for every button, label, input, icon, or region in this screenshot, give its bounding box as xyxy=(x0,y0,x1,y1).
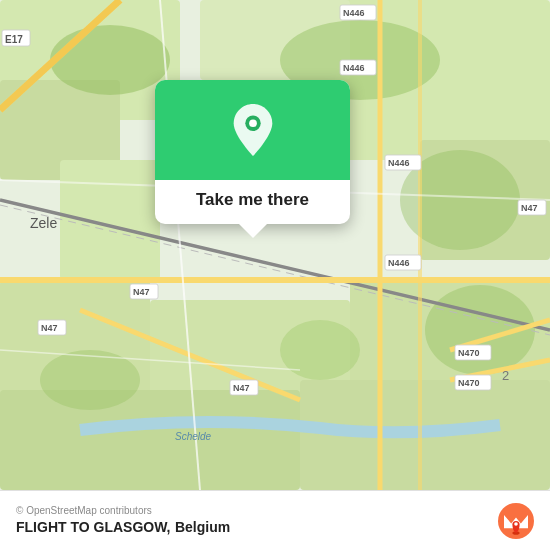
svg-text:N470: N470 xyxy=(458,348,480,358)
svg-text:E17: E17 xyxy=(5,34,23,45)
location-info: FLIGHT TO GLASGOW, Belgium xyxy=(16,518,230,536)
bottom-left: © OpenStreetMap contributors FLIGHT TO G… xyxy=(16,505,230,536)
location-pin-icon xyxy=(229,102,277,158)
svg-rect-11 xyxy=(60,160,160,280)
svg-rect-9 xyxy=(0,390,300,490)
svg-text:2: 2 xyxy=(502,368,509,383)
svg-text:N47: N47 xyxy=(233,383,250,393)
svg-text:N446: N446 xyxy=(343,63,365,73)
moovit-logo-icon xyxy=(498,503,534,539)
popup-icon-area xyxy=(155,80,350,180)
svg-text:N47: N47 xyxy=(41,323,58,333)
svg-text:N47: N47 xyxy=(133,287,150,297)
svg-text:N446: N446 xyxy=(388,258,410,268)
svg-text:Zele: Zele xyxy=(30,215,57,231)
bottom-bar: © OpenStreetMap contributors FLIGHT TO G… xyxy=(0,490,550,550)
svg-text:N470: N470 xyxy=(458,378,480,388)
svg-point-17 xyxy=(280,320,360,380)
svg-point-12 xyxy=(50,25,170,95)
svg-point-60 xyxy=(514,522,518,526)
svg-text:N446: N446 xyxy=(388,158,410,168)
country-label: Belgium xyxy=(175,519,230,535)
map-svg: E17 N47 N47 N47 N446 N446 N446 N446 N47 … xyxy=(0,0,550,490)
map-container: E17 N47 N47 N47 N446 N446 N446 N446 N47 … xyxy=(0,0,550,490)
svg-text:N47: N47 xyxy=(521,203,538,213)
location-title: FLIGHT TO GLASGOW, xyxy=(16,519,171,535)
popup[interactable]: Take me there xyxy=(155,80,350,224)
copyright-text: © OpenStreetMap contributors xyxy=(16,505,230,516)
take-me-there-button[interactable]: Take me there xyxy=(196,190,309,209)
moovit-logo xyxy=(498,503,534,539)
svg-text:N446: N446 xyxy=(343,8,365,18)
popup-text-area[interactable]: Take me there xyxy=(155,180,350,224)
svg-text:Schelde: Schelde xyxy=(175,431,212,442)
svg-point-57 xyxy=(249,119,257,127)
